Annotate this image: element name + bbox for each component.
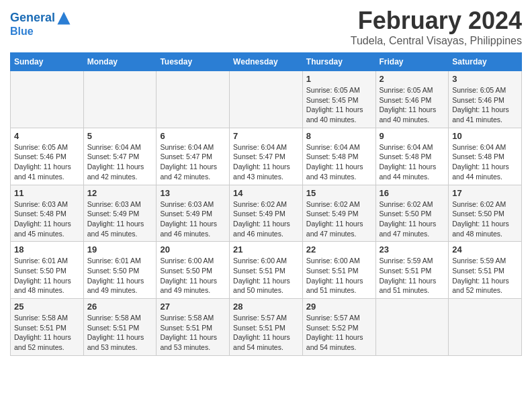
calendar-cell: 26Sunrise: 5:58 AM Sunset: 5:51 PM Dayli…: [83, 299, 157, 356]
calendar-cell: [11, 71, 84, 128]
day-number: 3: [452, 74, 518, 84]
calendar-header-row: SundayMondayTuesdayWednesdayThursdayFrid…: [11, 53, 522, 71]
calendar-cell: 25Sunrise: 5:58 AM Sunset: 5:51 PM Dayli…: [11, 299, 84, 356]
header: General Blue February 2024 Tudela, Centr…: [10, 7, 522, 47]
day-info: Sunrise: 6:03 AM Sunset: 5:49 PM Dayligh…: [87, 199, 153, 239]
calendar-table: SundayMondayTuesdayWednesdayThursdayFrid…: [10, 52, 522, 356]
day-info: Sunrise: 6:02 AM Sunset: 5:49 PM Dayligh…: [233, 199, 299, 239]
day-number: 9: [380, 131, 445, 141]
day-number: 12: [87, 188, 153, 198]
day-info: Sunrise: 6:04 AM Sunset: 5:47 PM Dayligh…: [87, 142, 153, 182]
calendar-body: 1Sunrise: 6:05 AM Sunset: 5:45 PM Daylig…: [11, 71, 522, 356]
calendar-cell: 17Sunrise: 6:02 AM Sunset: 5:50 PM Dayli…: [449, 185, 522, 242]
day-info: Sunrise: 6:00 AM Sunset: 5:51 PM Dayligh…: [306, 256, 372, 295]
calendar-cell: 23Sunrise: 5:59 AM Sunset: 5:51 PM Dayli…: [375, 242, 449, 299]
day-header-sunday: Sunday: [11, 53, 84, 71]
day-info: Sunrise: 5:59 AM Sunset: 5:51 PM Dayligh…: [452, 256, 518, 295]
sub-title: Tudela, Central Visayas, Philippines: [351, 35, 522, 47]
calendar-cell: 12Sunrise: 6:03 AM Sunset: 5:49 PM Dayli…: [83, 185, 157, 242]
day-info: Sunrise: 6:01 AM Sunset: 5:50 PM Dayligh…: [14, 256, 80, 295]
day-number: 10: [452, 131, 518, 141]
day-number: 21: [233, 244, 299, 255]
day-number: 7: [233, 131, 299, 141]
day-info: Sunrise: 6:03 AM Sunset: 5:48 PM Dayligh…: [14, 199, 80, 239]
calendar-cell: 9Sunrise: 6:04 AM Sunset: 5:48 PM Daylig…: [375, 128, 449, 185]
day-number: 13: [160, 188, 226, 198]
day-header-saturday: Saturday: [449, 53, 522, 71]
day-info: Sunrise: 5:57 AM Sunset: 5:51 PM Dayligh…: [233, 313, 299, 353]
day-info: Sunrise: 5:57 AM Sunset: 5:52 PM Dayligh…: [306, 313, 372, 353]
calendar-cell: 1Sunrise: 6:05 AM Sunset: 5:45 PM Daylig…: [302, 71, 375, 128]
day-number: 19: [87, 244, 153, 255]
calendar-cell: [375, 299, 449, 356]
day-number: 29: [306, 302, 372, 312]
day-number: 22: [306, 244, 372, 255]
calendar-cell: 28Sunrise: 5:57 AM Sunset: 5:51 PM Dayli…: [230, 299, 303, 356]
calendar-cell: 8Sunrise: 6:04 AM Sunset: 5:48 PM Daylig…: [302, 128, 375, 185]
day-info: Sunrise: 6:05 AM Sunset: 5:46 PM Dayligh…: [380, 85, 445, 125]
calendar-cell: [157, 71, 230, 128]
day-header-tuesday: Tuesday: [157, 53, 230, 71]
day-number: 25: [14, 302, 80, 312]
day-number: 23: [380, 244, 445, 255]
day-info: Sunrise: 6:02 AM Sunset: 5:50 PM Dayligh…: [452, 199, 518, 239]
day-number: 26: [87, 302, 153, 312]
calendar-cell: [83, 71, 157, 128]
day-info: Sunrise: 6:04 AM Sunset: 5:48 PM Dayligh…: [452, 142, 518, 182]
day-info: Sunrise: 5:58 AM Sunset: 5:51 PM Dayligh…: [14, 313, 80, 353]
calendar-cell: 27Sunrise: 5:58 AM Sunset: 5:51 PM Dayli…: [157, 299, 230, 356]
day-info: Sunrise: 6:05 AM Sunset: 5:45 PM Dayligh…: [306, 85, 372, 125]
day-number: 6: [160, 131, 226, 141]
day-number: 2: [380, 74, 445, 84]
calendar-cell: 3Sunrise: 6:05 AM Sunset: 5:46 PM Daylig…: [449, 71, 522, 128]
day-info: Sunrise: 6:05 AM Sunset: 5:46 PM Dayligh…: [14, 142, 80, 182]
calendar-cell: [449, 299, 522, 356]
calendar-cell: 29Sunrise: 5:57 AM Sunset: 5:52 PM Dayli…: [302, 299, 375, 356]
calendar-cell: 10Sunrise: 6:04 AM Sunset: 5:48 PM Dayli…: [449, 128, 522, 185]
main-title: February 2024: [351, 7, 522, 35]
day-number: 1: [306, 74, 372, 84]
day-header-monday: Monday: [83, 53, 157, 71]
calendar-cell: [230, 71, 303, 128]
day-number: 11: [14, 188, 80, 198]
day-info: Sunrise: 5:58 AM Sunset: 5:51 PM Dayligh…: [160, 313, 226, 353]
calendar-cell: 2Sunrise: 6:05 AM Sunset: 5:46 PM Daylig…: [375, 71, 449, 128]
calendar-cell: 24Sunrise: 5:59 AM Sunset: 5:51 PM Dayli…: [449, 242, 522, 299]
calendar-week-1: 1Sunrise: 6:05 AM Sunset: 5:45 PM Daylig…: [11, 71, 522, 128]
logo-text: General: [10, 11, 71, 26]
day-header-thursday: Thursday: [302, 53, 375, 71]
day-info: Sunrise: 6:02 AM Sunset: 5:50 PM Dayligh…: [380, 199, 445, 239]
day-header-wednesday: Wednesday: [230, 53, 303, 71]
day-info: Sunrise: 5:58 AM Sunset: 5:51 PM Dayligh…: [87, 313, 153, 353]
day-info: Sunrise: 6:04 AM Sunset: 5:48 PM Dayligh…: [380, 142, 445, 182]
day-number: 8: [306, 131, 372, 141]
day-number: 16: [380, 188, 445, 198]
calendar-cell: 4Sunrise: 6:05 AM Sunset: 5:46 PM Daylig…: [11, 128, 84, 185]
day-header-friday: Friday: [375, 53, 449, 71]
calendar-cell: 7Sunrise: 6:04 AM Sunset: 5:47 PM Daylig…: [230, 128, 303, 185]
day-info: Sunrise: 6:04 AM Sunset: 5:47 PM Dayligh…: [233, 142, 299, 182]
day-info: Sunrise: 6:00 AM Sunset: 5:51 PM Dayligh…: [233, 256, 299, 295]
calendar-week-4: 18Sunrise: 6:01 AM Sunset: 5:50 PM Dayli…: [11, 242, 522, 299]
day-info: Sunrise: 6:04 AM Sunset: 5:47 PM Dayligh…: [160, 142, 226, 182]
day-info: Sunrise: 5:59 AM Sunset: 5:51 PM Dayligh…: [380, 256, 445, 295]
svg-marker-0: [58, 11, 71, 24]
calendar-cell: 6Sunrise: 6:04 AM Sunset: 5:47 PM Daylig…: [157, 128, 230, 185]
day-number: 18: [14, 244, 80, 255]
calendar-cell: 18Sunrise: 6:01 AM Sunset: 5:50 PM Dayli…: [11, 242, 84, 299]
calendar-cell: 22Sunrise: 6:00 AM Sunset: 5:51 PM Dayli…: [302, 242, 375, 299]
day-number: 5: [87, 131, 153, 141]
calendar-week-5: 25Sunrise: 5:58 AM Sunset: 5:51 PM Dayli…: [11, 299, 522, 356]
calendar-week-3: 11Sunrise: 6:03 AM Sunset: 5:48 PM Dayli…: [11, 185, 522, 242]
logo-blue: Blue: [10, 26, 71, 38]
calendar-cell: 16Sunrise: 6:02 AM Sunset: 5:50 PM Dayli…: [375, 185, 449, 242]
day-number: 17: [452, 188, 518, 198]
calendar-cell: 11Sunrise: 6:03 AM Sunset: 5:48 PM Dayli…: [11, 185, 84, 242]
day-info: Sunrise: 6:00 AM Sunset: 5:50 PM Dayligh…: [160, 256, 226, 295]
calendar-cell: 5Sunrise: 6:04 AM Sunset: 5:47 PM Daylig…: [83, 128, 157, 185]
day-info: Sunrise: 6:01 AM Sunset: 5:50 PM Dayligh…: [87, 256, 153, 295]
day-info: Sunrise: 6:05 AM Sunset: 5:46 PM Dayligh…: [452, 85, 518, 125]
day-number: 15: [306, 188, 372, 198]
day-number: 27: [160, 302, 226, 312]
day-number: 28: [233, 302, 299, 312]
